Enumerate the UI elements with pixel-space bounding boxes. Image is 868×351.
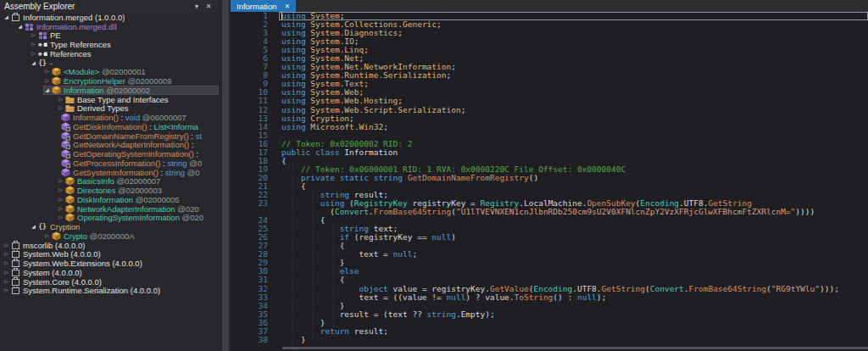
tree-item[interactable]: ▷OperatingSystemInformation @020 xyxy=(0,214,219,223)
chevron-down-icon[interactable]: ▾ xyxy=(191,3,203,10)
expander-collapsed-icon[interactable]: ▷ xyxy=(57,104,64,112)
horizontal-scrollbar-thumb[interactable] xyxy=(282,347,868,349)
expander-collapsed-icon[interactable]: ▷ xyxy=(3,259,10,267)
tree-item[interactable]: ▷System.Runtime.Serialization (4.0.0.0) xyxy=(0,287,219,296)
expander-collapsed-icon[interactable]: ▷ xyxy=(43,68,51,75)
tree-item[interactable]: ▷Derived Types xyxy=(0,104,219,114)
code-line-text: using System.Diagnostics; xyxy=(281,29,868,37)
tree-item[interactable]: Information() : void @06000007 xyxy=(0,113,219,122)
tree-item[interactable]: ▷Directories @02000003 xyxy=(0,186,219,195)
tab-close-icon[interactable]: ✕ xyxy=(285,3,291,10)
expander-expanded-icon[interactable]: ◢ xyxy=(30,59,37,67)
tree-item[interactable]: ▷System.Web.Extensions (4.0.0.0) xyxy=(0,259,219,268)
tree-item[interactable]: ▷DiskInformation @02000005 xyxy=(0,195,219,204)
tree-item[interactable]: GetDiskInformation() : List<Informa xyxy=(0,122,219,131)
code-line-text: using System.Runtime.Serialization; xyxy=(281,71,868,80)
code-line-text: text = null; xyxy=(281,250,868,259)
code-line-text: using System.IO; xyxy=(281,37,868,46)
line-number: 31 xyxy=(231,276,268,284)
expander-collapsed-icon[interactable]: ▷ xyxy=(3,278,10,286)
tree-item-label: Type References xyxy=(50,40,111,49)
tree-item-label: Information() : void @06000007 xyxy=(73,113,186,122)
tree-item[interactable]: GetSystemInformation() : string @0 xyxy=(0,168,219,177)
tree-item-label: <Module> @02000001 xyxy=(64,68,146,77)
expander-expanded-icon[interactable]: ◢ xyxy=(3,14,10,21)
expander-expanded-icon[interactable]: ◢ xyxy=(30,223,37,231)
tree-item[interactable]: ▷BasicsInfo @02000007 xyxy=(0,177,219,187)
close-icon[interactable]: ✕ xyxy=(203,3,214,10)
tree-item[interactable]: GetNetworkAdapterInformation() : xyxy=(0,141,219,150)
expander-collapsed-icon[interactable]: ▷ xyxy=(57,205,64,213)
tree-item-label: Directories @02000003 xyxy=(77,186,162,195)
code-line[interactable]: 37 return result; xyxy=(231,327,868,336)
tree-item[interactable]: GetProcessInformation() : string @0 xyxy=(0,159,219,168)
tree-item[interactable]: ▷System (4.0.0.0) xyxy=(0,268,219,277)
line-number: 11 xyxy=(231,97,268,105)
expander-collapsed-icon[interactable]: ▷ xyxy=(3,287,10,294)
code-line[interactable]: 14using Microsoft.Win32; xyxy=(231,123,868,131)
tree-item-label: EncryptionHelper @02000009 xyxy=(64,76,171,86)
tree-item-label: Crypto @0200000A xyxy=(64,231,135,241)
tree-scrollbar-thumb[interactable] xyxy=(222,0,229,351)
tree-item[interactable]: ▷References xyxy=(0,49,219,58)
tree-item-body: ▷System.Web (4.0.0.0) xyxy=(3,250,219,259)
tab-information[interactable]: Information ✕ xyxy=(231,0,296,12)
expander-collapsed-icon[interactable]: ▷ xyxy=(3,242,10,249)
tree-item[interactable]: GetDomainNameFromRegistry() : st xyxy=(0,131,219,141)
expander-collapsed-icon[interactable]: ▷ xyxy=(43,232,51,240)
expander-collapsed-icon[interactable]: ▷ xyxy=(57,177,64,185)
code-line[interactable]: 38 } xyxy=(231,336,868,344)
expander-collapsed-icon[interactable]: ▷ xyxy=(30,50,37,58)
tree-item[interactable]: ▷mscorlib (4.0.0.0) xyxy=(0,241,219,250)
tree-item-body: ▷NetworkAdapterInformation @020 xyxy=(57,204,219,214)
tree-item-body: ◢Information.merged.dll xyxy=(16,22,219,31)
tree-item[interactable]: ▷Base Type and Interfaces xyxy=(0,95,219,104)
expander-collapsed-icon[interactable]: ▷ xyxy=(3,269,10,276)
panel-splitter[interactable] xyxy=(219,0,231,351)
tree-item[interactable]: ◢{}Cryption xyxy=(0,222,219,231)
expander-collapsed-icon[interactable]: ▷ xyxy=(3,250,10,258)
tree-item-label: Information.merged (1.0.0.0) xyxy=(23,13,125,22)
expander-expanded-icon[interactable]: ◢ xyxy=(43,86,51,94)
class-icon xyxy=(51,76,61,86)
tree-item-body: ▷References xyxy=(30,49,219,58)
class-icon xyxy=(64,195,75,204)
code-line[interactable]: 20 private static string GetDomainNameFr… xyxy=(231,174,868,182)
code-line-text: using System.Linq; xyxy=(281,46,868,54)
expander-collapsed-icon[interactable]: ▷ xyxy=(43,77,51,85)
tree-item-label: System.Runtime.Serialization (4.0.0.0) xyxy=(23,287,160,296)
expander-collapsed-icon[interactable]: ▷ xyxy=(57,214,64,221)
tree-item[interactable]: ▷<Module> @02000001 xyxy=(0,68,219,77)
tree-item[interactable]: ▷PE xyxy=(0,31,219,41)
expander-collapsed-icon[interactable]: ▷ xyxy=(57,196,64,203)
code-editor[interactable]: 1using System;2using System.Collections.… xyxy=(231,12,868,351)
code-line[interactable]: 35 result = (text ?? string.Empty); xyxy=(231,310,868,319)
code-line[interactable]: (Convert.FromBase64String("U1lTVEVNXEN1c… xyxy=(231,208,868,216)
tree-item-label: System.Web (4.0.0.0) xyxy=(23,250,101,259)
expander-collapsed-icon[interactable]: ▷ xyxy=(57,187,64,194)
tree-item[interactable]: ▷EncryptionHelper @02000009 xyxy=(0,76,219,86)
expander-expanded-icon[interactable]: ◢ xyxy=(16,23,24,31)
tree-item-body: ▷DiskInformation @02000005 xyxy=(57,195,219,204)
tree-item[interactable]: ◢Information.merged (1.0.0.0) xyxy=(0,13,219,22)
class-icon xyxy=(64,214,75,223)
tree-item[interactable]: ◢Information.merged.dll xyxy=(0,22,219,31)
expander-collapsed-icon[interactable]: ▷ xyxy=(57,96,64,103)
tree-item[interactable]: ▷System.Core (4.0.0.0) xyxy=(0,277,219,287)
assembly-icon xyxy=(10,259,20,268)
tree-item-body: ▷OperatingSystemInformation @020 xyxy=(57,214,219,223)
code-line-text: using System.Web.Script.Serialization; xyxy=(281,106,868,114)
tree-item[interactable]: ▷Crypto @0200000A xyxy=(0,231,219,241)
expander-collapsed-icon[interactable]: ▷ xyxy=(30,41,37,48)
tree-item[interactable]: ◢{}- xyxy=(0,58,219,68)
tree-item[interactable]: GetOperatingSystemInformation() : xyxy=(0,149,219,159)
expander-collapsed-icon[interactable]: ▷ xyxy=(30,31,37,39)
tree-item[interactable]: ◢Information @02000002 xyxy=(0,86,219,95)
code-line[interactable]: 17public class Information xyxy=(231,148,868,157)
tree-item[interactable]: ▷System.Web (4.0.0.0) xyxy=(0,250,219,259)
tree-item-label: PE xyxy=(50,31,61,41)
assembly-icon xyxy=(10,241,20,250)
tree-item[interactable]: ▷Type References xyxy=(0,40,219,49)
tree-item[interactable]: ▷NetworkAdapterInformation @020 xyxy=(0,204,219,214)
assembly-tree[interactable]: ◢Information.merged (1.0.0.0)◢Informatio… xyxy=(0,13,219,351)
